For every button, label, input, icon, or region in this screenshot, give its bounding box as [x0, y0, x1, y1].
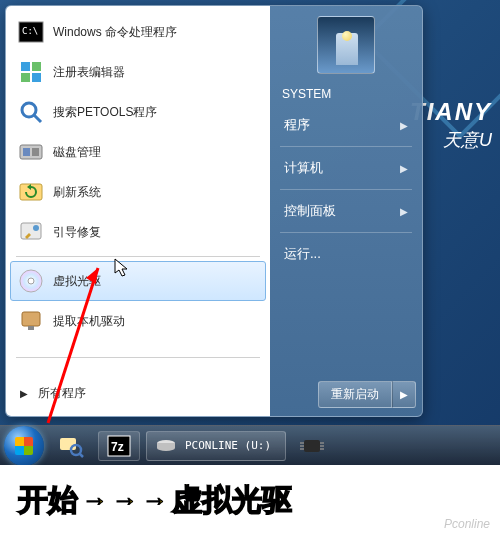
taskbar-7z-button[interactable]: 7z [98, 431, 140, 461]
caption-arrow: → [142, 485, 168, 516]
menu-item-diskmgmt[interactable]: 磁盘管理 [10, 132, 266, 172]
taskbar: 7z PCONLINE (U:) [0, 425, 500, 465]
menu-item-label: 提取本机驱动 [53, 313, 125, 330]
menu-item-label: 虚拟光驱 [53, 273, 101, 290]
menu-item-refresh[interactable]: 刷新系统 [10, 172, 266, 212]
restart-row: 重新启动 ▶ [276, 381, 416, 408]
right-item-programs[interactable]: 程序 ▶ [276, 109, 416, 141]
menu-item-cmd[interactable]: C:\ Windows 命令处理程序 [10, 12, 266, 52]
regedit-icon [17, 58, 45, 86]
menu-item-label: Windows 命令处理程序 [53, 24, 177, 41]
all-programs-label: 所有程序 [38, 385, 86, 402]
menu-item-label: 注册表编辑器 [53, 64, 125, 81]
menu-item-bootfix[interactable]: 引导修复 [10, 212, 266, 252]
start-menu: C:\ Windows 命令处理程序 注册表编辑器 搜索PETOOLS程序 [5, 5, 423, 417]
right-item-label: 运行... [284, 245, 321, 263]
disk-icon [17, 138, 45, 166]
chevron-right-icon: ▶ [400, 206, 408, 217]
menu-item-virtualcd[interactable]: 虚拟光驱 [10, 261, 266, 301]
svg-rect-3 [32, 62, 41, 71]
svg-rect-10 [32, 148, 39, 156]
menu-item-driver[interactable]: 提取本机驱动 [10, 301, 266, 341]
caption-word-start: 开始 [18, 480, 78, 521]
menu-item-label: 刷新系统 [53, 184, 101, 201]
menu-item-label: 磁盘管理 [53, 144, 101, 161]
svg-rect-21 [60, 438, 76, 450]
drive-icon [155, 438, 177, 454]
start-button[interactable] [4, 426, 44, 466]
caption-arrow: → [112, 485, 138, 516]
svg-rect-9 [23, 148, 30, 156]
drive-label: PCONLINE (U:) [185, 439, 271, 452]
menu-item-regedit[interactable]: 注册表编辑器 [10, 52, 266, 92]
menu-separator [280, 189, 412, 190]
svg-line-23 [80, 454, 83, 457]
svg-text:C:\: C:\ [22, 26, 38, 36]
cmd-icon: C:\ [17, 18, 45, 46]
svg-rect-13 [21, 223, 41, 239]
svg-point-16 [28, 278, 34, 284]
menu-item-label: 引导修复 [53, 224, 101, 241]
chevron-right-icon: ▶ [400, 163, 408, 174]
svg-rect-18 [28, 326, 34, 330]
refresh-icon [17, 178, 45, 206]
right-item-controlpanel[interactable]: 控制面板 ▶ [276, 195, 416, 227]
user-name: SYSTEM [276, 84, 416, 109]
menu-item-search[interactable]: 搜索PETOOLS程序 [10, 92, 266, 132]
search-icon [17, 98, 45, 126]
desktop: TIANY 天意U C:\ Windows 命令处理程序 注册表编辑器 [0, 0, 500, 465]
right-item-label: 计算机 [284, 159, 323, 177]
taskbar-search-button[interactable] [50, 431, 92, 461]
chevron-right-icon: ▶ [400, 120, 408, 131]
taskbar-chip-button[interactable] [292, 431, 332, 461]
watermark: Pconline [444, 517, 490, 531]
caption-word-target: 虚拟光驱 [172, 480, 292, 521]
svg-point-6 [22, 103, 36, 117]
search-icon [58, 434, 84, 458]
chevron-right-icon: ▶ [20, 388, 28, 399]
restart-button[interactable]: 重新启动 [318, 381, 392, 408]
driver-icon [17, 307, 45, 335]
chip-icon [300, 436, 324, 456]
right-item-computer[interactable]: 计算机 ▶ [276, 152, 416, 184]
start-menu-right: SYSTEM 程序 ▶ 计算机 ▶ 控制面板 ▶ 运行... 重新启动 ▶ [270, 6, 422, 416]
svg-line-7 [34, 115, 41, 122]
all-programs[interactable]: ▶ 所有程序 [10, 377, 266, 410]
caption-arrow: → [82, 485, 108, 516]
svg-rect-4 [21, 73, 30, 82]
start-menu-left: C:\ Windows 命令处理程序 注册表编辑器 搜索PETOOLS程序 [6, 6, 270, 416]
svg-rect-17 [22, 312, 40, 326]
right-item-label: 控制面板 [284, 202, 336, 220]
user-avatar [317, 16, 375, 74]
right-item-run[interactable]: 运行... [276, 238, 416, 270]
cd-icon [17, 267, 45, 295]
svg-rect-27 [304, 440, 320, 452]
menu-separator [280, 146, 412, 147]
menu-item-label: 搜索PETOOLS程序 [53, 104, 157, 121]
menu-separator [16, 357, 260, 358]
menu-separator [280, 232, 412, 233]
svg-rect-2 [21, 62, 30, 71]
right-item-label: 程序 [284, 116, 310, 134]
menu-separator [16, 256, 260, 257]
svg-text:7z: 7z [111, 440, 124, 454]
restart-options-button[interactable]: ▶ [392, 381, 416, 408]
caption-bar: 开始 → → → 虚拟光驱 Pconline [0, 465, 500, 535]
taskbar-drive-button[interactable]: PCONLINE (U:) [146, 431, 286, 461]
sevenzip-icon: 7z [107, 435, 131, 457]
svg-point-14 [33, 225, 39, 231]
bootfix-icon [17, 218, 45, 246]
svg-rect-5 [32, 73, 41, 82]
